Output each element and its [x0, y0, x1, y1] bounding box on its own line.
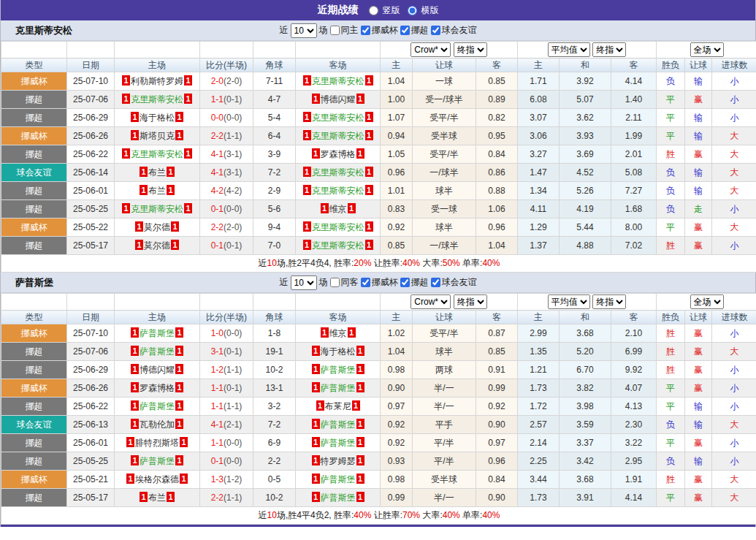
away-team-name: 克里斯蒂安松: [312, 240, 364, 251]
handicap-line: 一/球半: [413, 237, 476, 255]
goals-result: 小: [712, 398, 756, 416]
league-type-cell: 挪超: [1, 361, 67, 379]
handicap-line: 受半球: [413, 127, 476, 145]
red-card-badge: 1: [303, 185, 311, 195]
match-row: 挪威杯 25-05-22 1莫尔德1 2-2(2-0) 9-4 1克里斯蒂安松1…: [1, 218, 756, 237]
europe-stage-select[interactable]: 终指: [592, 294, 626, 309]
avg-away-odds: 1.40: [611, 91, 657, 109]
red-card-badge: 1: [131, 364, 139, 374]
red-card-badge: 1: [135, 240, 143, 250]
wdl-result: 平: [657, 398, 685, 416]
col-handicap: 让球: [413, 58, 476, 72]
team-section: 萨普斯堡 近 10 场 同客 挪威杯 挪超: [1, 273, 755, 525]
date-cell: 25-06-29: [67, 361, 115, 379]
away-team-cell: 1萨普斯堡1: [296, 416, 381, 434]
col-away: 客场: [296, 311, 381, 324]
handicap-bookmaker-select[interactable]: Crow*: [411, 294, 451, 309]
handicap-result: 输: [685, 416, 712, 434]
red-card-badge: 1: [356, 474, 364, 484]
away-team-cell: 1萨普斯堡1: [296, 471, 381, 489]
league-type-cell: 球会友谊: [1, 164, 67, 182]
handicap-away-odds: 0.87: [476, 324, 518, 343]
red-card-badge: 1: [175, 112, 183, 122]
cup-option: 挪威杯: [361, 276, 398, 289]
europe-average-select[interactable]: 平均值: [548, 294, 590, 309]
handicap-stage-select[interactable]: 终指: [454, 42, 487, 57]
same-venue-checkbox[interactable]: [330, 26, 340, 35]
same-venue-checkbox[interactable]: [330, 278, 340, 287]
red-card-badge: 1: [356, 455, 364, 465]
handicap-result: 赢: [685, 489, 712, 507]
same-venue-option: 同主: [330, 24, 359, 37]
cup-checkbox[interactable]: [361, 278, 370, 287]
handicap-stage-select[interactable]: 终指: [454, 294, 487, 309]
red-card-badge: 1: [365, 75, 373, 85]
wdl-result: 负: [657, 72, 685, 91]
corners-cell: 4-7: [253, 91, 296, 109]
handicap-home-odds: 1.04: [381, 343, 413, 361]
horizontal-layout-label: 横版: [421, 4, 439, 17]
match-count-select[interactable]: 10: [291, 275, 317, 290]
score-cell: 2-2(1-1): [200, 489, 253, 507]
score-cell: 1-3(1-2): [200, 471, 253, 489]
red-card-badge: 1: [180, 474, 188, 484]
avg-home-odds: 3.06: [518, 127, 560, 145]
league-checkbox[interactable]: [400, 278, 410, 287]
avg-away-odds: 2.01: [611, 145, 657, 164]
handicap-bookmaker-select[interactable]: Crow*: [411, 42, 451, 57]
match-scope-select[interactable]: 全场: [690, 42, 724, 57]
home-team-name: 萨普斯堡: [140, 401, 175, 411]
red-card-badge: 1: [303, 221, 311, 232]
date-cell: 25-05-25: [67, 200, 115, 218]
corners-cell: 7-11: [253, 72, 296, 91]
handicap-home-odds: 1.01: [381, 182, 413, 200]
match-row: 挪威杯 25-07-10 1利勒斯特罗姆1 2-0(2-0) 7-11 1克里斯…: [1, 72, 756, 91]
halftime-score: (0-1): [224, 346, 242, 357]
friendly-checkbox[interactable]: [431, 278, 440, 287]
score-cell: 1-1(0-1): [200, 379, 253, 398]
summary-row: 近10场,胜2平4负4, 胜率:20% 让胜率:40% 大率:50% 单率:40…: [1, 255, 756, 273]
date-cell: 25-06-29: [67, 109, 115, 127]
away-team-name: 克里斯蒂安松: [312, 167, 364, 178]
wdl-result: 胜: [657, 471, 685, 489]
red-card-badge: 1: [175, 419, 183, 429]
match-row: 挪超 25-05-25 1萨普斯堡1 0-1(0-0) 2-2 1特罗姆瑟1 0…: [1, 452, 756, 471]
score-cell: 1-2(1-1): [200, 361, 253, 379]
avg-draw-odds: 3.98: [560, 398, 611, 416]
near-label: 近: [280, 24, 289, 37]
match-count-select[interactable]: 10: [291, 23, 317, 38]
home-team-name: 克里斯蒂安松: [131, 149, 183, 159]
friendly-checkbox[interactable]: [431, 26, 440, 35]
fulltime-score: 1-1: [211, 401, 224, 411]
handicap-home-odds: 0.97: [381, 398, 413, 416]
horizontal-layout-radio[interactable]: [408, 6, 417, 15]
away-team-name: 维京: [329, 204, 347, 214]
avg-away-odds: 5.08: [611, 164, 657, 182]
europe-stage-select[interactable]: 终指: [592, 42, 626, 57]
col-avg-home: 主: [518, 58, 560, 72]
red-card-badge: 1: [126, 474, 134, 484]
match-row: 挪超 25-05-17 1莫尔德1 0-1(0-1) 7-0 1克里斯蒂安松1 …: [1, 237, 756, 255]
avg-home-odds: 2.25: [518, 452, 560, 471]
fulltime-score: 0-0: [211, 113, 224, 123]
handicap-line: 球半: [413, 218, 476, 237]
vertical-layout-radio[interactable]: [369, 6, 378, 15]
corners-cell: 2-2: [253, 452, 296, 471]
away-team-cell: 1维京1: [296, 200, 381, 218]
summary-text: 近10场,胜4平4负2, 胜率:40% 让胜率:70% 大率:40% 单率:40…: [1, 507, 756, 525]
col-avg-home: 主: [518, 311, 560, 324]
red-card-badge: 1: [175, 455, 183, 465]
red-card-badge: 1: [175, 130, 183, 140]
wdl-result: 平: [657, 489, 685, 507]
europe-average-select[interactable]: 平均值: [548, 42, 590, 57]
red-card-badge: 1: [167, 167, 175, 177]
handicap-result: 赢: [685, 145, 712, 164]
league-checkbox[interactable]: [400, 26, 410, 35]
red-card-badge: 1: [356, 382, 364, 392]
home-team-cell: 1布兰1: [115, 182, 200, 200]
cup-checkbox[interactable]: [361, 26, 370, 35]
match-scope-select[interactable]: 全场: [690, 294, 724, 309]
goals-result: 大: [712, 489, 756, 507]
handicap-line: 一/球半: [413, 164, 476, 182]
goals-result: 小: [712, 379, 756, 398]
